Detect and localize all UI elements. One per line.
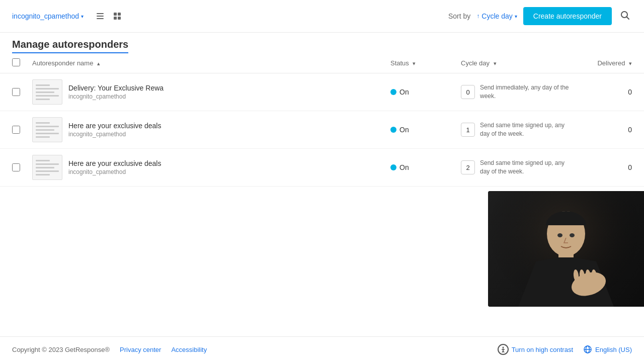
cycle-sort-arrow: ▾ (494, 60, 497, 66)
cycle-badge-1: 1 (461, 123, 475, 137)
sort-chevron-icon: ▾ (515, 14, 517, 19)
row-name-col-2: Here are your exclusive deals incognito_… (32, 155, 390, 180)
thumb-line (36, 170, 59, 172)
header-cycle-col[interactable]: Cycle day ▾ (461, 59, 572, 67)
select-all-checkbox[interactable] (12, 58, 20, 66)
row-checkbox-1[interactable] (12, 126, 20, 134)
search-button[interactable] (618, 8, 632, 25)
svg-line-13 (503, 351, 504, 352)
row-checkbox-col-1 (12, 126, 32, 134)
row-status-col-2: On (390, 163, 461, 171)
video-overlay (488, 191, 644, 307)
language-selector[interactable]: English (US) (583, 345, 632, 354)
row-delivered-col-0: 0 (572, 88, 632, 96)
header-delivered-col[interactable]: Delivered ▾ (572, 59, 632, 67)
cycle-badge-0: 0 (461, 85, 475, 99)
top-left-controls: incognito_cpamethod ▾ (12, 10, 124, 23)
row-thumbnail-2 (32, 155, 62, 180)
thumb-line (36, 163, 59, 165)
status-sort-arrow: ▾ (413, 60, 416, 66)
autoresponder-name-1[interactable]: Here are your exclusive deals (68, 122, 161, 130)
accessibility-icon (498, 344, 509, 355)
svg-rect-3 (114, 13, 117, 16)
account-name: incognito_cpamethod (12, 12, 79, 20)
row-account-0: incognito_cpamethod (68, 93, 164, 100)
cycle-desc-1: Send same time signed up, any day of the… (480, 121, 572, 138)
high-contrast-button[interactable]: Turn on high contrast (498, 344, 573, 355)
accessibility-link[interactable]: Accessibility (171, 346, 207, 353)
chevron-down-icon: ▾ (81, 14, 84, 19)
row-delivered-col-2: 0 (572, 163, 632, 171)
header-status-col[interactable]: Status ▾ (390, 59, 461, 67)
thumb-line (36, 167, 54, 168)
svg-rect-5 (114, 17, 117, 20)
view-toggles (94, 10, 124, 23)
status-dot-2 (390, 164, 396, 170)
row-account-2: incognito_cpamethod (68, 168, 161, 175)
thumb-line (36, 95, 59, 97)
privacy-center-link[interactable]: Privacy center (120, 346, 161, 353)
svg-point-9 (502, 347, 504, 348)
thumb-line (36, 92, 54, 93)
table-row: Here are your exclusive deals incognito_… (0, 111, 644, 149)
header-name-col[interactable]: Autoresponder name ▴ (32, 59, 390, 67)
delivered-sort-arrow: ▾ (629, 60, 632, 66)
row-checkbox-col-0 (12, 88, 32, 96)
sort-selector[interactable]: ↑ Cycle day ▾ (476, 12, 517, 20)
thumb-line (36, 99, 50, 100)
svg-rect-6 (118, 17, 121, 20)
row-cycle-col-2: 2 Send same time signed up, any day of t… (461, 159, 572, 176)
status-text-2[interactable]: On (399, 163, 409, 171)
footer-left: Copyright © 2023 GetResponse® Privacy ce… (12, 346, 207, 353)
svg-rect-0 (97, 13, 104, 14)
row-cycle-col-0: 0 Send immediately, any day of the week. (461, 83, 572, 101)
create-autoresponder-button[interactable]: Create autoresponder (523, 7, 612, 25)
name-info-1: Here are your exclusive deals incognito_… (68, 122, 161, 138)
name-sort-arrow: ▴ (97, 60, 100, 66)
thumbnail-lines-2 (33, 157, 62, 178)
row-thumbnail-0 (32, 79, 62, 105)
name-info-2: Here are your exclusive deals incognito_… (68, 159, 161, 175)
sort-arrow-icon: ↑ (476, 13, 479, 20)
svg-line-8 (627, 17, 629, 19)
top-bar: incognito_cpamethod ▾ Sort b (0, 0, 644, 33)
status-dot-1 (390, 127, 396, 133)
row-checkbox-0[interactable] (12, 88, 20, 96)
name-info-0: Delivery: Your Exclusive Rewa incognito_… (68, 84, 164, 100)
table-row: Delivery: Your Exclusive Rewa incognito_… (0, 73, 644, 111)
row-name-col-0: Delivery: Your Exclusive Rewa incognito_… (32, 79, 390, 105)
list-view-button[interactable] (94, 10, 107, 23)
svg-rect-1 (97, 16, 104, 17)
row-delivered-col-1: 0 (572, 126, 632, 134)
sort-label: Sort by (448, 12, 470, 20)
thumb-line (36, 136, 50, 138)
autoresponder-name-2[interactable]: Here are your exclusive deals (68, 159, 161, 167)
footer-copyright: Copyright © 2023 GetResponse® (12, 346, 110, 353)
thumbnail-lines-1 (33, 119, 62, 141)
table-row: Here are your exclusive deals incognito_… (0, 149, 644, 187)
sort-value: Cycle day (481, 12, 512, 20)
thumb-line (36, 122, 50, 124)
footer-right: Turn on high contrast English (US) (498, 344, 632, 355)
row-thumbnail-1 (32, 117, 62, 142)
header-check-col (12, 58, 32, 68)
status-text-1[interactable]: On (399, 126, 409, 134)
video-canvas (488, 191, 644, 307)
table-header: Autoresponder name ▴ Status ▾ Cycle day … (0, 53, 644, 73)
row-cycle-col-1: 1 Send same time signed up, any day of t… (461, 121, 572, 138)
page-title-area: Manage autoresponders (0, 33, 644, 53)
status-dot-0 (390, 89, 396, 95)
grid-view-button[interactable] (111, 10, 124, 23)
thumb-line (36, 88, 59, 89)
top-right-controls: Sort by ↑ Cycle day ▾ Create autorespond… (448, 7, 632, 25)
autoresponder-name-0[interactable]: Delivery: Your Exclusive Rewa (68, 84, 164, 92)
row-checkbox-col-2 (12, 163, 32, 171)
account-selector[interactable]: incognito_cpamethod ▾ (12, 12, 84, 20)
footer: Copyright © 2023 GetResponse® Privacy ce… (0, 336, 644, 362)
thumb-line (36, 126, 59, 127)
row-checkbox-2[interactable] (12, 163, 20, 171)
thumb-line (36, 84, 50, 86)
cycle-desc-2: Send same time signed up, any day of the… (480, 159, 572, 176)
status-text-0[interactable]: On (399, 88, 409, 96)
row-account-1: incognito_cpamethod (68, 131, 161, 138)
